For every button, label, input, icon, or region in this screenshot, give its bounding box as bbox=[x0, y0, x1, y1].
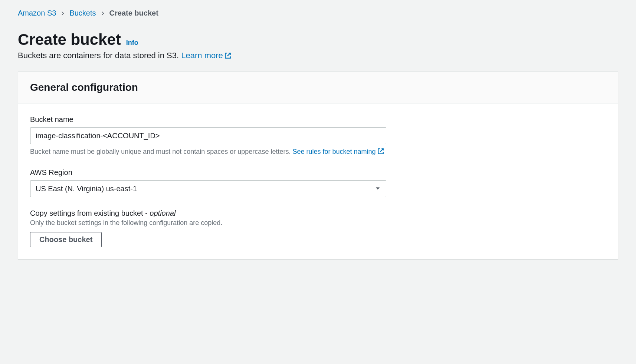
copy-settings-optional: optional bbox=[150, 209, 176, 217]
info-link[interactable]: Info bbox=[126, 39, 138, 47]
page-header: Create bucket Info Buckets are container… bbox=[18, 31, 618, 61]
copy-settings-hint: Only the bucket settings in the followin… bbox=[30, 219, 606, 227]
breadcrumb-link-buckets[interactable]: Buckets bbox=[69, 9, 96, 17]
general-configuration-panel: General configuration Bucket name Bucket… bbox=[18, 72, 618, 259]
copy-settings-label-prefix: Copy settings from existing bucket - bbox=[30, 209, 150, 217]
breadcrumb-current: Create bucket bbox=[109, 9, 158, 17]
page-subtitle-text: Buckets are containers for data stored i… bbox=[18, 51, 181, 60]
page-subtitle: Buckets are containers for data stored i… bbox=[18, 51, 618, 61]
panel-body: Bucket name Bucket name must be globally… bbox=[18, 103, 618, 259]
chevron-right-icon bbox=[101, 11, 105, 16]
bucket-name-hint: Bucket name must be globally unique and … bbox=[30, 148, 606, 156]
rules-for-bucket-naming-link[interactable]: See rules for bucket naming bbox=[292, 148, 384, 155]
bucket-name-field: Bucket name Bucket name must be globally… bbox=[30, 115, 606, 156]
choose-bucket-button[interactable]: Choose bucket bbox=[30, 232, 102, 247]
panel-title: General configuration bbox=[30, 82, 606, 93]
panel-header: General configuration bbox=[18, 72, 618, 103]
breadcrumb: Amazon S3 Buckets Create bucket bbox=[18, 9, 618, 17]
aws-region-select[interactable]: US East (N. Virginia) us-east-1 bbox=[30, 181, 386, 197]
learn-more-link[interactable]: Learn more bbox=[181, 51, 231, 60]
aws-region-field: AWS Region US East (N. Virginia) us-east… bbox=[30, 168, 606, 197]
bucket-name-input[interactable] bbox=[30, 128, 386, 144]
page-title: Create bucket bbox=[18, 31, 121, 49]
copy-settings-label: Copy settings from existing bucket - opt… bbox=[30, 209, 606, 218]
bucket-name-hint-text: Bucket name must be globally unique and … bbox=[30, 148, 292, 155]
bucket-name-label: Bucket name bbox=[30, 115, 606, 124]
copy-settings-field: Copy settings from existing bucket - opt… bbox=[30, 209, 606, 247]
external-link-icon bbox=[377, 148, 384, 156]
external-link-icon bbox=[224, 52, 231, 61]
aws-region-label: AWS Region bbox=[30, 168, 606, 177]
chevron-right-icon bbox=[60, 11, 65, 16]
breadcrumb-link-amazon-s3[interactable]: Amazon S3 bbox=[18, 9, 56, 17]
